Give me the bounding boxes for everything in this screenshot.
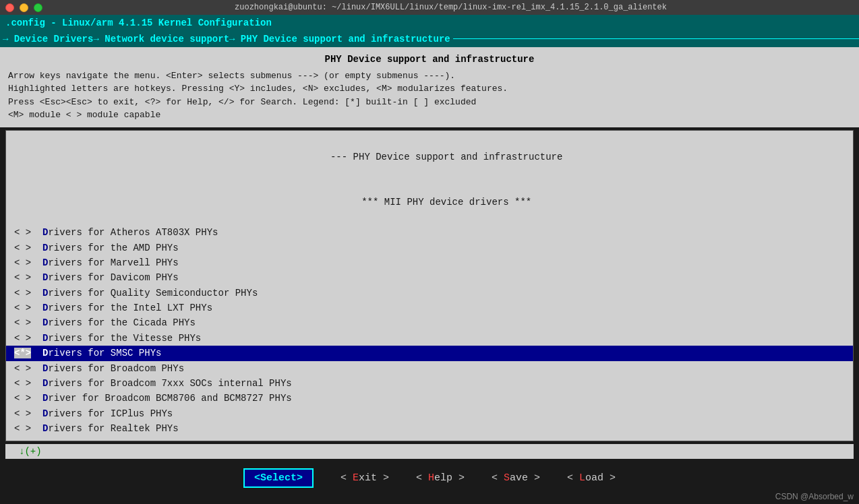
item-rest: rivers for ICPlus PHYs (48, 408, 173, 419)
help-line4: <M> module < > module capable (8, 108, 851, 122)
item-key: < > (14, 333, 31, 344)
item-rest: rivers for Broadcom PHYs (48, 363, 184, 374)
breadcrumb-part-1: → Device Drivers (3, 33, 93, 46)
item-rest: rivers for the AMD PHYs (48, 243, 178, 253)
config-title-bar: .config - Linux/arm 4.1.15 Kernel Config… (0, 15, 859, 32)
item-key: < > (14, 227, 31, 238)
item-key: < > (14, 317, 31, 328)
item-key: < > (14, 243, 31, 253)
list-item[interactable]: <*> Drivers for SMSC PHYs (6, 346, 853, 360)
item-key: < > (14, 363, 31, 374)
close-button[interactable] (5, 3, 14, 12)
help-line2: Highlighted letters are hotkeys. Pressin… (8, 82, 851, 96)
scroll-indicator: ↓(+) (5, 444, 854, 460)
terminal: .config - Linux/arm 4.1.15 Kernel Config… (0, 15, 859, 459)
item-rest: river for Broadcom BCM8706 and BCM8727 P… (48, 393, 291, 404)
item-rest: rivers for Davicom PHYs (48, 272, 178, 283)
list-item[interactable]: < > Drivers for the Vitesse PHYs (6, 331, 853, 346)
load-button[interactable]: < Load > (567, 472, 616, 484)
item-rest: rivers for the Intel LXT PHYs (48, 303, 212, 313)
list-item[interactable]: < > Drivers for Broadcom 7xxx SOCs inter… (6, 376, 853, 391)
help-area: PHY Device support and infrastructure Ar… (0, 47, 859, 127)
breadcrumb-part-3: → PHY Device support and infrastructure (229, 33, 450, 46)
item-key: < > (14, 393, 31, 404)
list-item[interactable]: < > Drivers for Broadcom PHYs (6, 361, 853, 376)
section-header-2: *** MII PHY device drivers *** (6, 180, 853, 225)
item-rest: rivers for the Cicada PHYs (48, 317, 195, 328)
breadcrumb-part-2: → Network device support (93, 33, 229, 46)
item-key: <*> (14, 348, 31, 358)
list-item[interactable]: < > Drivers for Marvell PHYs (6, 255, 853, 270)
menu-box: --- PHY Device support and infrastructur… (5, 130, 854, 441)
list-item[interactable]: < > Drivers for Atheros AT803X PHYs (6, 225, 853, 240)
list-item[interactable]: < > Drivers for Realtek PHYs (6, 421, 853, 436)
list-item[interactable]: < > Drivers for the Intel LXT PHYs (6, 301, 853, 315)
item-key: < > (14, 303, 31, 313)
item-key: < > (14, 423, 31, 434)
item-rest: rivers for Broadcom 7xxx SOCs internal P… (48, 378, 291, 389)
button-bar: <Select> < Exit > < Help > < Save > < Lo… (0, 462, 859, 495)
window-title: zuozhongkai@ubuntu: ~/linux/IMX6ULL/linu… (48, 3, 854, 12)
item-rest: rivers for SMSC PHYs (48, 348, 161, 358)
item-rest: rivers for Realtek PHYs (48, 423, 178, 434)
section-header-1: --- PHY Device support and infrastructur… (6, 135, 853, 180)
list-item[interactable]: < > Drivers for the Cicada PHYs (6, 315, 853, 330)
minimize-button[interactable] (20, 3, 28, 12)
select-button[interactable]: <Select> (243, 468, 314, 488)
maximize-button[interactable] (34, 3, 42, 12)
list-item[interactable]: < > Drivers for the AMD PHYs (6, 241, 853, 255)
item-key: < > (14, 288, 31, 298)
help-button[interactable]: < Help > (416, 472, 465, 484)
list-item[interactable]: < > Driver for Broadcom BCM8706 and BCM8… (6, 391, 853, 406)
item-rest: rivers for the Vitesse PHYs (48, 333, 201, 344)
list-item[interactable]: < > Drivers for ICPlus PHYs (6, 406, 853, 421)
list-item[interactable]: < > Drivers for Davicom PHYs (6, 270, 853, 285)
exit-button[interactable]: < Exit > (340, 472, 389, 484)
item-rest: rivers for Atheros AT803X PHYs (48, 227, 218, 238)
item-key: < > (14, 408, 31, 419)
menu-title: PHY Device support and infrastructure (8, 53, 851, 67)
item-key: < > (14, 378, 31, 389)
help-line3: Press <Esc><Esc> to exit, <?> for Help, … (8, 96, 851, 109)
item-rest: rivers for Marvell PHYs (48, 257, 178, 268)
item-key: < > (14, 272, 31, 283)
help-line1: Arrow keys navigate the menu. <Enter> se… (8, 69, 851, 83)
item-rest: rivers for Quality Semiconductor PHYs (48, 288, 258, 298)
menu-items-container: < > Drivers for Atheros AT803X PHYs< > D… (6, 225, 853, 436)
save-button[interactable]: < Save > (492, 472, 540, 484)
breadcrumb: → Device Drivers → Network device suppor… (0, 32, 859, 47)
item-key: < > (14, 257, 31, 268)
list-item[interactable]: < > Drivers for Quality Semiconductor PH… (6, 286, 853, 301)
titlebar: zuozhongkai@ubuntu: ~/linux/IMX6ULL/linu… (0, 0, 859, 15)
watermark: CSDN @Absorbed_w (775, 492, 854, 501)
